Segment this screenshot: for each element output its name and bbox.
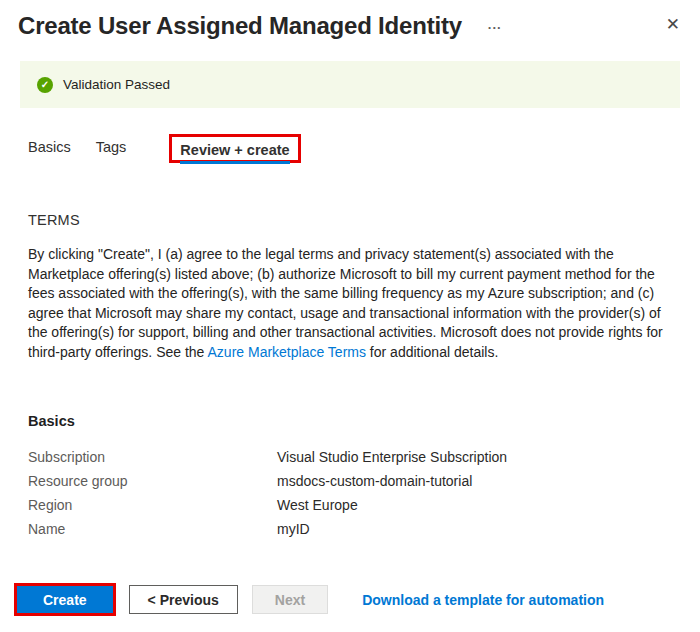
review-tab-highlight-box: Review + create [169,134,300,163]
footer-action-bar: Create < Previous Next Download a templa… [14,583,686,616]
table-row: Resource group msdocs-custom-domain-tuto… [28,469,672,493]
create-button-highlight-box: Create [14,583,116,616]
terms-heading: TERMS [28,212,672,228]
review-summary-section: Basics Subscription Visual Studio Enterp… [28,413,672,541]
terms-text-before-link: By clicking "Create", I (a) agree to the… [28,246,663,360]
terms-text-after-link: for additional details. [366,344,498,360]
page-title: Create User Assigned Managed Identity [18,11,462,41]
basics-summary-rows: Subscription Visual Studio Enterprise Su… [28,445,672,541]
create-button[interactable]: Create [17,586,113,613]
validation-banner: ✓ Validation Passed [20,61,680,108]
row-label-resource-group: Resource group [28,473,277,489]
row-label-region: Region [28,497,277,513]
previous-button[interactable]: < Previous [129,585,238,614]
tab-basics[interactable]: Basics [28,139,71,157]
row-value-region: West Europe [277,497,358,513]
tab-bar: Basics Tags Review + create [28,129,700,167]
validation-banner-text: Validation Passed [63,77,170,92]
terms-section: TERMS By clicking "Create", I (a) agree … [28,212,672,363]
dialog-header: Create User Assigned Managed Identity ..… [0,0,700,41]
table-row: Region West Europe [28,493,672,517]
close-icon[interactable]: ✕ [666,15,680,35]
row-label-subscription: Subscription [28,449,277,465]
next-button[interactable]: Next [252,585,328,614]
row-value-resource-group: msdocs-custom-domain-tutorial [277,473,472,489]
row-value-name: myID [277,521,310,537]
row-label-name: Name [28,521,277,537]
tab-review-create[interactable]: Review + create [180,142,289,164]
success-check-icon: ✓ [37,77,53,93]
basics-summary-heading: Basics [28,413,672,429]
table-row: Name myID [28,517,672,541]
azure-marketplace-terms-link[interactable]: Azure Marketplace Terms [208,344,366,360]
table-row: Subscription Visual Studio Enterprise Su… [28,445,672,469]
download-template-link[interactable]: Download a template for automation [362,592,604,608]
more-options-icon[interactable]: ... [488,17,502,32]
terms-paragraph: By clicking "Create", I (a) agree to the… [28,245,672,363]
row-value-subscription: Visual Studio Enterprise Subscription [277,449,507,465]
tab-tags[interactable]: Tags [96,139,127,157]
